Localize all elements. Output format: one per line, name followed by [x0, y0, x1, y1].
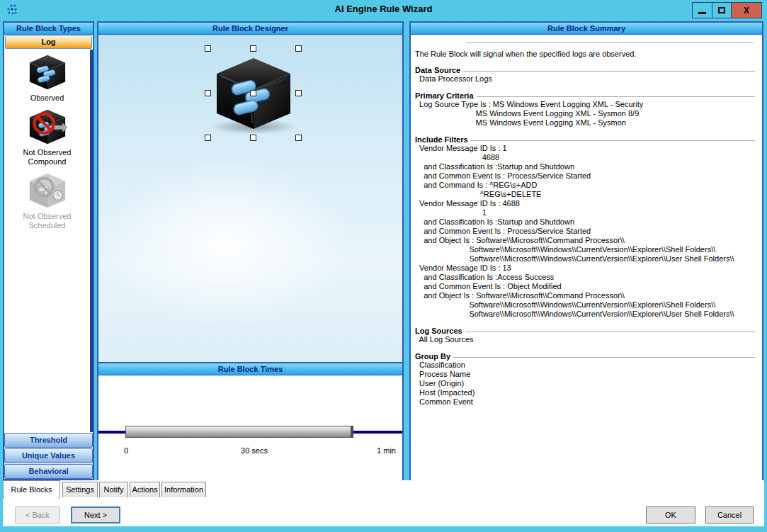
times-body: 0 30 secs 1 min: [98, 375, 402, 480]
next-button[interactable]: Next >: [71, 506, 120, 523]
summary-line: Vendor Message ID Is : 13: [415, 264, 756, 273]
tab-actions[interactable]: Actions: [130, 482, 160, 497]
selected-rule-block[interactable]: [205, 45, 303, 145]
summary-line: Data Processor Logs: [415, 74, 756, 84]
log-observed-cube-icon: [27, 54, 68, 91]
summary-line: All Log Sources: [415, 335, 756, 344]
type-item-observed[interactable]: Observed: [27, 54, 68, 103]
rule-type-category-button[interactable]: Behavioral: [4, 464, 93, 479]
section-title: Group By: [415, 352, 450, 361]
summary-line: and Classification Is :Access Success: [415, 273, 756, 282]
tick-label-start: 0: [124, 446, 128, 455]
tab-rule-blocks[interactable]: Rule Blocks: [3, 480, 60, 499]
summary-line: Vendor Message ID Is : 1: [415, 144, 756, 153]
tick-label-middle: 30 secs: [212, 446, 297, 455]
summary-line: Vendor Message ID Is : 4688: [415, 199, 756, 208]
type-item-not-observed-compound[interactable]: Not Observed Compound: [23, 108, 72, 166]
summary-line: and Classification Is :Startup and Shutd…: [415, 217, 756, 227]
selection-handle-bottom-center[interactable]: [250, 135, 256, 141]
summary-line: Process Name: [415, 370, 756, 379]
summary-line: and Common Event Is : Object Modified: [415, 282, 756, 291]
title-bar: AI Engine Rule Wizard x: [0, 0, 767, 20]
log-not-observed-scheduled-icon: [27, 172, 68, 209]
selection-handle-top-right[interactable]: [295, 45, 302, 52]
summary-section-include-filters: Include Filters Vendor Message ID Is : 1…: [415, 135, 756, 319]
back-button[interactable]: < Back: [15, 506, 60, 523]
summary-line: and Object Is : Software\\Microsoft\\Com…: [415, 291, 756, 300]
maximize-icon: [718, 7, 725, 13]
summary-line: Classification: [415, 361, 756, 370]
maximize-button[interactable]: [712, 2, 732, 18]
summary-line: Software\\Microsoft\\Windows\\CurrentVer…: [415, 254, 756, 264]
type-item-label: Not Observed Compound: [23, 148, 72, 166]
summary-line: Software\\Microsoft\\Windows\\CurrentVer…: [415, 245, 756, 254]
cancel-button[interactable]: Cancel: [705, 506, 754, 523]
minimize-icon: [698, 12, 706, 14]
designer-canvas[interactable]: [98, 35, 402, 362]
summary-line: Common Event: [415, 397, 756, 407]
selection-handle-top-center[interactable]: [250, 45, 256, 52]
minimize-button[interactable]: [692, 2, 712, 18]
ai-engine-rule-wizard-window: { "window": { "title": "AI Engine Rule W…: [0, 0, 767, 532]
rule-block-type-list: Observed Not Observed Compound: [4, 50, 93, 432]
selection-handle-center[interactable]: [250, 90, 256, 96]
summary-line: 1: [415, 208, 756, 217]
summary-line: Software\\Microsoft\\Windows\\CurrentVer…: [415, 300, 756, 310]
rule-block-types-panel: Rule Block Types Log Observed: [3, 21, 94, 480]
summary-line: MS Windows Event Logging XML - Sysmon: [415, 118, 756, 128]
summary-line: Host (Impacted): [415, 388, 756, 397]
close-icon: x: [744, 6, 749, 16]
log-type-button[interactable]: Log: [5, 35, 92, 49]
tab-notify[interactable]: Notify: [99, 482, 128, 497]
summary-section-group-by: Group By Classification Process Name Use…: [415, 352, 756, 407]
rule-block-designer-panel: Rule Block Designer: [97, 21, 404, 362]
rule-type-category-button[interactable]: Unique Values: [4, 448, 93, 463]
summary-body: The Rule Block will signal when the spec…: [411, 35, 762, 480]
selection-handle-top-left[interactable]: [205, 45, 211, 52]
summary-line: and Common Event Is : Process/Service St…: [415, 227, 756, 236]
summary-line: Software\\Microsoft\\Windows\\CurrentVer…: [415, 310, 756, 319]
summary-section-data-source: Data Source Data Processor Logs: [415, 66, 756, 84]
section-title: Primary Criteria: [415, 91, 474, 100]
rule-block-summary-panel: Rule Block Summary The Rule Block will s…: [409, 21, 763, 480]
section-title: Include Filters: [415, 135, 468, 144]
rule-block-types-header: Rule Block Types: [4, 23, 93, 35]
selection-handle-middle-left[interactable]: [205, 90, 211, 96]
type-item-label: Observed: [30, 94, 64, 103]
time-range-bar[interactable]: [125, 426, 353, 438]
type-item-not-observed-scheduled[interactable]: Not Observed Scheduled: [23, 172, 72, 230]
dialog-bottom-area: Rule Blocks Settings Notify Actions Info…: [3, 480, 764, 526]
log-not-observed-compound-icon: [27, 108, 68, 145]
summary-section-log-sources: Log Sources All Log Sources: [415, 327, 756, 344]
rule-block-designer-header: Rule Block Designer: [98, 23, 402, 35]
summary-line: MS Windows Event Logging XML - Sysmon 8/…: [415, 109, 756, 118]
summary-intro-text: The Rule Block will signal when the spec…: [415, 50, 756, 58]
selection-handle-middle-right[interactable]: [295, 90, 302, 96]
summary-top-rule: [466, 43, 754, 43]
summary-line: Log Source Type Is : MS Windows Event Lo…: [415, 100, 756, 109]
tab-settings[interactable]: Settings: [62, 482, 98, 497]
rule-block-summary-header: Rule Block Summary: [411, 23, 762, 35]
ok-button[interactable]: OK: [646, 506, 695, 523]
summary-line: 4688: [415, 153, 756, 162]
type-item-label: Not Observed Scheduled: [23, 212, 72, 230]
rule-type-category-button[interactable]: Threshold: [4, 433, 93, 448]
section-title: Log Sources: [415, 327, 462, 335]
rule-block-times-header: Rule Block Times: [98, 363, 402, 375]
summary-line: ^REG\s+DELETE: [415, 190, 756, 199]
summary-section-primary-criteria: Primary Criteria Log Source Type Is : MS…: [415, 91, 756, 128]
summary-line: User (Origin): [415, 379, 756, 388]
tick-label-end: 1 min: [360, 446, 396, 455]
tab-information[interactable]: Information: [161, 482, 206, 497]
section-title: Data Source: [415, 66, 460, 74]
summary-line: and Command Is : ^REG\s+ADD: [415, 181, 756, 190]
summary-line: and Common Event Is : Process/Service St…: [415, 171, 756, 181]
window-title: AI Engine Rule Wizard: [0, 4, 767, 14]
rule-block-times-panel: Rule Block Times 0 30 secs 1 min: [97, 362, 404, 480]
selection-handle-bottom-left[interactable]: [205, 135, 211, 141]
summary-line: and Object Is : Software\\Microsoft\\Com…: [415, 236, 756, 245]
close-button[interactable]: x: [731, 2, 762, 18]
summary-line: and Classification Is :Startup and Shutd…: [415, 162, 756, 171]
selection-handle-bottom-right[interactable]: [295, 135, 302, 141]
